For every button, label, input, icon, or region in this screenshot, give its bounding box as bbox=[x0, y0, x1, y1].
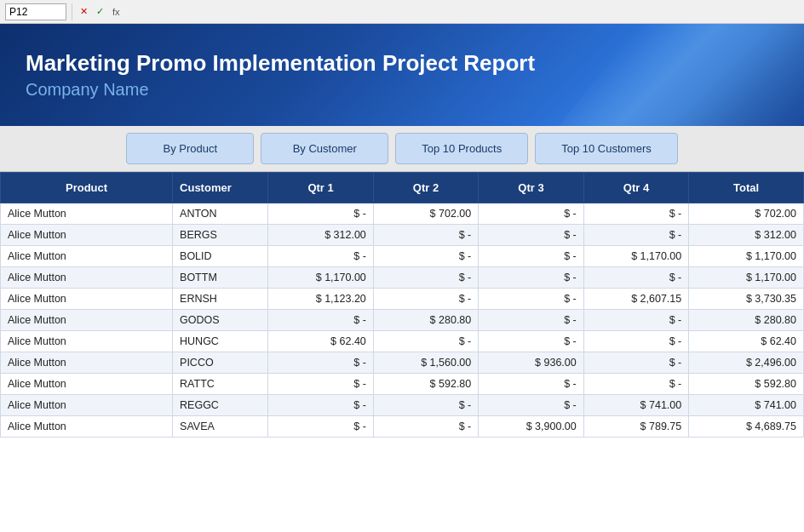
tab-top10-products[interactable]: Top 10 Products bbox=[395, 133, 528, 164]
cell-customer: ERNSH bbox=[173, 289, 268, 310]
cell-qtr4: $ 789.75 bbox=[583, 416, 688, 438]
header-qtr3: Qtr 3 bbox=[479, 173, 583, 203]
cell-product: Alice Mutton bbox=[1, 267, 173, 289]
cell-customer: BERGS bbox=[173, 225, 268, 246]
cell-qtr2: $ - bbox=[373, 289, 478, 310]
confirm-icon[interactable]: ✓ bbox=[94, 6, 106, 17]
cell-qtr3: $ - bbox=[479, 395, 583, 416]
table-row: Alice MuttonERNSH$ 1,123.20$ -$ -$ 2,607… bbox=[1, 289, 804, 310]
cell-qtr1: $ 62.40 bbox=[268, 331, 373, 352]
cell-qtr1: $ - bbox=[268, 416, 373, 438]
table-row: Alice MuttonREGGC$ -$ -$ -$ 741.00$ 741.… bbox=[1, 395, 804, 416]
cell-total: $ 702.00 bbox=[689, 203, 804, 225]
table-row: Alice MuttonRATTC$ -$ 592.80$ -$ -$ 592.… bbox=[1, 374, 804, 395]
cell-customer: HUNGC bbox=[173, 331, 268, 352]
cell-qtr3: $ - bbox=[479, 310, 583, 331]
cell-customer: PICCO bbox=[173, 352, 268, 374]
cell-qtr1: $ - bbox=[268, 395, 373, 416]
banner-subtitle: Company Name bbox=[26, 80, 778, 100]
cell-qtr3: $ - bbox=[479, 225, 583, 246]
cell-product: Alice Mutton bbox=[1, 395, 173, 416]
cell-qtr4: $ - bbox=[583, 331, 688, 352]
nav-tabs: By Product By Customer Top 10 Products T… bbox=[0, 126, 804, 172]
header-total: Total bbox=[689, 173, 804, 203]
cell-qtr3: $ - bbox=[479, 246, 583, 267]
cell-qtr2: $ - bbox=[373, 225, 478, 246]
cell-total: $ 62.40 bbox=[689, 331, 804, 352]
cell-customer: BOTTM bbox=[173, 267, 268, 289]
cell-qtr2: $ - bbox=[373, 267, 478, 289]
cell-qtr2: $ 702.00 bbox=[373, 203, 478, 225]
cell-total: $ 741.00 bbox=[689, 395, 804, 416]
cancel-icon[interactable]: ✕ bbox=[78, 6, 90, 17]
table-row: Alice MuttonPICCO$ -$ 1,560.00$ 936.00$ … bbox=[1, 352, 804, 374]
cell-product: Alice Mutton bbox=[1, 331, 173, 352]
cell-total: $ 3,730.35 bbox=[689, 289, 804, 310]
cell-qtr1: $ - bbox=[268, 352, 373, 374]
cell-qtr4: $ 1,170.00 bbox=[583, 246, 688, 267]
cell-qtr1: $ - bbox=[268, 203, 373, 225]
cell-product: Alice Mutton bbox=[1, 310, 173, 331]
tab-top10-customers[interactable]: Top 10 Customers bbox=[535, 133, 678, 164]
cell-qtr4: $ - bbox=[583, 203, 688, 225]
cell-qtr1: $ 312.00 bbox=[268, 225, 373, 246]
banner: Marketing Promo Implementation Project R… bbox=[0, 24, 804, 126]
tab-by-product[interactable]: By Product bbox=[126, 133, 254, 164]
formula-bar: P12 ✕ ✓ fx bbox=[0, 0, 804, 24]
cell-qtr1: $ - bbox=[268, 310, 373, 331]
cell-qtr1: $ 1,123.20 bbox=[268, 289, 373, 310]
header-qtr1: Qtr 1 bbox=[268, 173, 373, 203]
cell-product: Alice Mutton bbox=[1, 289, 173, 310]
cell-qtr4: $ - bbox=[583, 225, 688, 246]
cell-qtr4: $ - bbox=[583, 310, 688, 331]
table-row: Alice MuttonBOTTM$ 1,170.00$ -$ -$ -$ 1,… bbox=[1, 267, 804, 289]
cell-total: $ 312.00 bbox=[689, 225, 804, 246]
cell-product: Alice Mutton bbox=[1, 225, 173, 246]
cell-qtr4: $ - bbox=[583, 374, 688, 395]
cell-qtr4: $ 741.00 bbox=[583, 395, 688, 416]
cell-customer: REGGC bbox=[173, 395, 268, 416]
table-row: Alice MuttonBERGS$ 312.00$ -$ -$ -$ 312.… bbox=[1, 225, 804, 246]
cell-customer: ANTON bbox=[173, 203, 268, 225]
cell-product: Alice Mutton bbox=[1, 203, 173, 225]
cell-total: $ 4,689.75 bbox=[689, 416, 804, 438]
data-table: Product Customer Qtr 1 Qtr 2 Qtr 3 Qtr 4… bbox=[0, 172, 804, 438]
separator bbox=[72, 3, 72, 20]
table-row: Alice MuttonHUNGC$ 62.40$ -$ -$ -$ 62.40 bbox=[1, 331, 804, 352]
formula-input[interactable] bbox=[126, 6, 799, 18]
header-qtr2: Qtr 2 bbox=[373, 173, 478, 203]
cell-qtr2: $ - bbox=[373, 331, 478, 352]
table-row: Alice MuttonBOLID$ -$ -$ -$ 1,170.00$ 1,… bbox=[1, 246, 804, 267]
header-customer: Customer bbox=[173, 173, 268, 203]
cell-qtr4: $ - bbox=[583, 267, 688, 289]
cell-qtr2: $ - bbox=[373, 416, 478, 438]
table-row: Alice MuttonGODOS$ -$ 280.80$ -$ -$ 280.… bbox=[1, 310, 804, 331]
cell-product: Alice Mutton bbox=[1, 374, 173, 395]
cell-qtr2: $ - bbox=[373, 395, 478, 416]
cell-qtr4: $ - bbox=[583, 352, 688, 374]
banner-title: Marketing Promo Implementation Project R… bbox=[26, 50, 778, 77]
cell-qtr4: $ 2,607.15 bbox=[583, 289, 688, 310]
cell-qtr3: $ 936.00 bbox=[479, 352, 583, 374]
cell-product: Alice Mutton bbox=[1, 352, 173, 374]
cell-qtr3: $ - bbox=[479, 267, 583, 289]
cell-qtr2: $ 592.80 bbox=[373, 374, 478, 395]
cell-customer: SAVEA bbox=[173, 416, 268, 438]
cell-qtr2: $ - bbox=[373, 246, 478, 267]
table-header-row: Product Customer Qtr 1 Qtr 2 Qtr 3 Qtr 4… bbox=[1, 173, 804, 203]
cell-qtr2: $ 1,560.00 bbox=[373, 352, 478, 374]
cell-customer: RATTC bbox=[173, 374, 268, 395]
tab-by-customer[interactable]: By Customer bbox=[261, 133, 388, 164]
cell-reference[interactable]: P12 bbox=[5, 3, 66, 20]
data-table-wrapper: Product Customer Qtr 1 Qtr 2 Qtr 3 Qtr 4… bbox=[0, 172, 804, 438]
cell-qtr3: $ - bbox=[479, 374, 583, 395]
cell-customer: GODOS bbox=[173, 310, 268, 331]
cell-total: $ 280.80 bbox=[689, 310, 804, 331]
cell-qtr1: $ 1,170.00 bbox=[268, 267, 373, 289]
header-qtr4: Qtr 4 bbox=[583, 173, 688, 203]
table-row: Alice MuttonANTON$ -$ 702.00$ -$ -$ 702.… bbox=[1, 203, 804, 225]
cell-total: $ 1,170.00 bbox=[689, 246, 804, 267]
cell-qtr3: $ - bbox=[479, 289, 583, 310]
function-icon[interactable]: fx bbox=[110, 7, 123, 17]
cell-qtr1: $ - bbox=[268, 246, 373, 267]
